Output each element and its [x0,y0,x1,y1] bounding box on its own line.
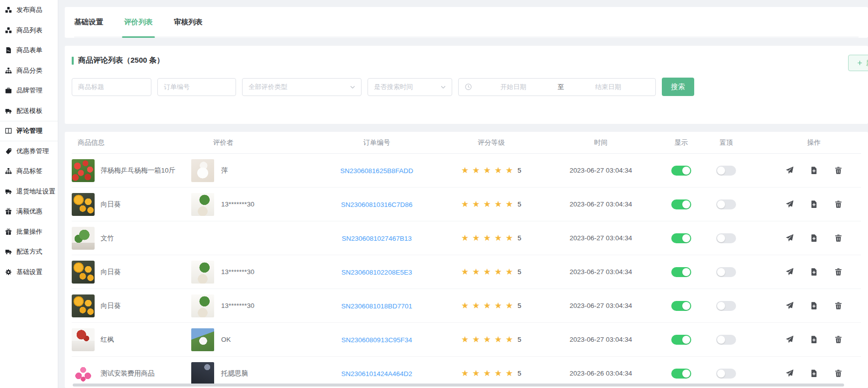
add-note-button[interactable] [810,369,818,378]
star-icon: ★ [505,267,513,277]
show-toggle[interactable] [671,369,691,379]
search-button[interactable]: 搜索 [662,78,694,96]
delete-button[interactable] [834,200,843,208]
pin-toggle[interactable] [716,199,736,209]
time-search-select[interactable]: 是否搜索时间 [368,78,452,96]
delete-button[interactable] [834,301,843,310]
reply-button[interactable] [785,335,794,344]
delete-button[interactable] [834,234,843,242]
product-name: 文竹 [101,234,114,243]
file-plus-icon [810,268,818,276]
reviewer-cell: 13*******30 [191,294,313,317]
time-cell: 2023-06-27 03:04:34 [542,167,659,174]
add-note-button[interactable] [810,268,818,276]
reply-button[interactable] [785,166,794,175]
reply-button[interactable] [785,234,794,242]
pin-toggle[interactable] [716,301,736,311]
file-plus-icon [810,369,818,378]
delete-button[interactable] [834,369,843,378]
add-note-button[interactable] [810,335,818,344]
sidebar-item[interactable]: 优惠券管理 [0,141,58,162]
tab-bar: 基础设置评价列表审核列表 [74,7,859,37]
pin-toggle[interactable] [716,335,736,345]
tab[interactable]: 基础设置 [74,7,103,37]
pin-toggle[interactable] [716,369,736,379]
table-row: 向日葵 13*******30 SN2306081018BD7701 ★★★★★… [72,289,861,323]
show-toggle[interactable] [671,301,691,311]
horizontal-scrollbar[interactable] [73,384,844,387]
filter-card: 商品评论列表（2500 条） 新增 全部评价类型 是否搜索时间 开始日期 至 结… [65,46,868,124]
sidebar-item[interactable]: 配送方式 [0,242,58,262]
reply-button[interactable] [785,268,794,276]
sidebar-item[interactable]: 基础设置 [0,262,58,283]
date-range-picker[interactable]: 开始日期 至 结束日期 [458,78,656,96]
order-no-link[interactable]: SN2306080913C95F34 [342,336,412,344]
add-note-button[interactable] [810,166,818,175]
star-icon: ★ [484,369,491,378]
sidebar-item[interactable]: 发布商品 [0,0,58,20]
header-actions: 操作 [749,138,861,147]
time-cell: 2023-06-27 03:04:34 [542,268,659,276]
order-no-link[interactable]: SN2306081027467B13 [342,235,411,242]
file-icon [5,47,12,54]
show-toggle[interactable] [671,335,691,345]
actions-cell [749,166,861,175]
add-note-button[interactable] [810,301,818,310]
sidebar-item[interactable]: 品牌管理 [0,81,58,101]
reviewer-name: 13*******30 [221,200,254,208]
product-cell: 萍杨梅乒乓杨梅一箱10斤 [72,159,191,182]
add-note-button[interactable] [810,200,818,208]
sidebar-item[interactable]: 满额优惠 [0,201,58,222]
sidebar-item[interactable]: 配送模板 [0,101,58,121]
add-note-button[interactable] [810,234,818,242]
reply-button[interactable] [785,301,794,310]
reply-button[interactable] [785,200,794,208]
order-no-link[interactable]: SN23060810316C7D86 [341,201,412,208]
start-date-placeholder: 开始日期 [472,83,555,92]
time-cell: 2023-06-27 03:04:34 [542,234,659,242]
sidebar-item[interactable]: 退货地址设置 [0,182,58,202]
order-no-link[interactable]: SN230608102208E5E3 [342,269,412,276]
pin-toggle[interactable] [716,233,736,243]
pin-toggle[interactable] [716,267,736,277]
header-product: 商品信息 [72,138,191,147]
reviewer-name: OK [221,336,231,343]
columns-icon [5,127,12,134]
delete-button[interactable] [834,335,843,344]
sidebar-item-label: 批量操作 [16,227,42,236]
sidebar-item[interactable]: 评论管理 [0,121,58,141]
product-title-input[interactable] [72,78,151,96]
tab[interactable]: 评价列表 [124,7,153,37]
order-no-input[interactable] [157,78,236,96]
sidebar-item[interactable]: 商品分类 [0,61,58,81]
trash-icon [834,200,843,208]
tab[interactable]: 审核列表 [174,7,203,37]
sidebar-item[interactable]: 商品列表 [0,20,58,41]
product-image [72,261,95,284]
order-no-link[interactable]: SN2306101424A464D2 [341,370,412,378]
delete-button[interactable] [834,166,843,175]
rating-value: 5 [517,200,521,208]
page-title: 商品评论列表（2500 条） [78,56,164,65]
reviewer-avatar [191,294,214,317]
star-icon: ★ [505,166,513,175]
product-image [72,328,95,351]
delete-button[interactable] [834,268,843,276]
order-no-link[interactable]: SN2306081625B8FADD [340,167,413,175]
show-toggle[interactable] [671,166,691,176]
reply-button[interactable] [785,369,794,378]
rating-stars: ★★★★★ [461,300,516,311]
sidebar-item[interactable]: 批量操作 [0,222,58,242]
sidebar-item-label: 商品标签 [16,167,42,176]
reviewer-name: 托腮思脑 [221,369,248,378]
sidebar-item[interactable]: 商品表单 [0,40,58,61]
sidebar-item[interactable]: 商品标签 [0,161,58,182]
show-toggle[interactable] [671,267,691,277]
star-icon: ★ [505,301,513,310]
show-toggle[interactable] [671,199,691,209]
pin-toggle[interactable] [716,166,736,176]
show-toggle[interactable] [671,233,691,243]
add-review-button[interactable]: 新增 [848,55,868,71]
order-no-link[interactable]: SN2306081018BD7701 [341,302,412,310]
review-type-select[interactable]: 全部评价类型 [242,78,362,96]
